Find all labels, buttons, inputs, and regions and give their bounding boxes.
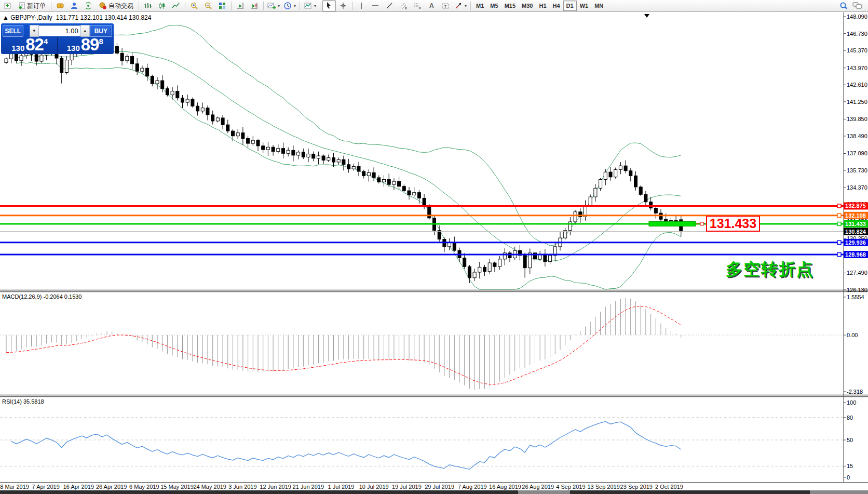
tab-timeframe-H4[interactable]: H4 bbox=[550, 1, 563, 11]
zoom-out-button[interactable] bbox=[201, 0, 215, 11]
dropdown-arrow-icon: ▾ bbox=[294, 4, 296, 8]
new-order-label: 新订单 bbox=[27, 2, 46, 10]
new-chart-icon bbox=[4, 2, 12, 10]
cursor-button[interactable] bbox=[322, 0, 336, 11]
tab-timeframe-M1[interactable]: M1 bbox=[473, 1, 487, 11]
tab-timeframe-M30[interactable]: M30 bbox=[519, 1, 536, 11]
horizontal-line-icon bbox=[371, 2, 379, 10]
toolbar-separator bbox=[263, 2, 264, 10]
svg-text:132.875: 132.875 bbox=[845, 203, 866, 209]
sell-button[interactable]: SELL bbox=[3, 25, 23, 37]
svg-text:1.5554: 1.5554 bbox=[847, 294, 864, 300]
svg-text:6 May 2019: 6 May 2019 bbox=[129, 484, 159, 490]
text-button[interactable]: A bbox=[425, 0, 438, 11]
svg-text:139.850: 139.850 bbox=[847, 116, 867, 122]
svg-text:100: 100 bbox=[847, 399, 856, 406]
svg-text:16 Aug 2019: 16 Aug 2019 bbox=[489, 484, 521, 490]
candlestick-icon bbox=[158, 2, 166, 10]
arrows-button[interactable]: ▾ bbox=[453, 0, 468, 11]
timeframe-group: M1M5M15M30H1H4D1W1MN bbox=[473, 1, 606, 11]
history-button[interactable] bbox=[53, 0, 67, 11]
toolbar-separator bbox=[51, 2, 51, 10]
auto-scroll-icon bbox=[236, 2, 245, 10]
tab-timeframe-MN[interactable]: MN bbox=[591, 1, 606, 11]
tab-timeframe-W1[interactable]: W1 bbox=[577, 1, 592, 11]
svg-text:26 Apr 2019: 26 Apr 2019 bbox=[96, 484, 127, 490]
crosshair-button[interactable] bbox=[336, 0, 350, 11]
svg-text:19 Jul 2019: 19 Jul 2019 bbox=[392, 484, 422, 490]
svg-text:130.824: 130.824 bbox=[845, 229, 866, 235]
svg-text:126.130: 126.130 bbox=[847, 287, 867, 293]
tab-timeframe-M15[interactable]: M15 bbox=[501, 1, 519, 11]
highlight-bar[interactable] bbox=[649, 221, 696, 226]
chart-window[interactable]: 148.090146.730145.370143.970142.610141.2… bbox=[0, 0, 868, 494]
indicators-button[interactable]: ▾ bbox=[266, 0, 281, 11]
book-icon bbox=[56, 2, 64, 10]
toolbar-separator bbox=[231, 2, 232, 10]
svg-text:132.108: 132.108 bbox=[845, 212, 866, 219]
volume-input[interactable] bbox=[39, 25, 80, 36]
zoom-in-button[interactable] bbox=[187, 0, 201, 11]
tab-timeframe-H1[interactable]: H1 bbox=[536, 1, 549, 11]
search-icon[interactable] bbox=[839, 2, 848, 10]
line-handle[interactable] bbox=[837, 222, 841, 225]
ohlc-low: 130.414 bbox=[104, 14, 127, 21]
templates-button[interactable]: ▾ bbox=[302, 0, 318, 11]
new-order-button[interactable]: 新订单 bbox=[15, 0, 49, 11]
date-axis: 28 Mar 20197 Apr 201916 Apr 201926 Apr 2… bbox=[0, 484, 683, 490]
dropdown-arrow-icon: ▾ bbox=[314, 4, 316, 8]
line-chart-button[interactable] bbox=[169, 0, 183, 11]
candlestick-button[interactable] bbox=[155, 0, 169, 11]
autotrading-button[interactable]: 自动交易 bbox=[96, 0, 137, 11]
price-annotation-box[interactable]: 131.433 bbox=[706, 216, 760, 232]
signal-icon bbox=[84, 2, 92, 10]
periods-button[interactable]: ▾ bbox=[282, 0, 297, 11]
tab-timeframe-M5[interactable]: M5 bbox=[487, 1, 501, 11]
svg-text:0: 0 bbox=[847, 474, 850, 480]
profile-button[interactable] bbox=[67, 0, 81, 11]
bar-chart-button[interactable] bbox=[141, 0, 155, 11]
buy-price-figure: 130 bbox=[67, 44, 80, 52]
zoom-out-icon bbox=[204, 2, 212, 10]
buy-price[interactable]: 130 89 8 bbox=[58, 37, 113, 53]
price-chart[interactable]: 148.090146.730145.370143.970142.610141.2… bbox=[0, 0, 868, 494]
svg-text:134.370: 134.370 bbox=[847, 184, 867, 191]
annotation-anchor-handle[interactable] bbox=[700, 222, 703, 225]
line-handle[interactable] bbox=[837, 241, 841, 244]
dropdown-arrow-icon: ▾ bbox=[465, 4, 467, 8]
autotrading-icon bbox=[99, 2, 107, 10]
line-handle[interactable] bbox=[837, 253, 841, 257]
collapse-arrow-icon[interactable]: ▲ bbox=[3, 14, 9, 21]
svg-text:0.00: 0.00 bbox=[847, 332, 858, 338]
auto-scroll-button[interactable] bbox=[234, 0, 247, 11]
sell-price[interactable]: 130 82 4 bbox=[3, 37, 58, 53]
equidistant-channel-button[interactable]: E bbox=[397, 0, 410, 11]
vertical-line-icon bbox=[358, 2, 365, 10]
horizontal-line-button[interactable] bbox=[369, 0, 382, 11]
svg-text:128.968: 128.968 bbox=[845, 251, 866, 258]
fibonacci-button[interactable]: F bbox=[411, 0, 424, 11]
svg-text:135.730: 135.730 bbox=[847, 167, 867, 173]
community-chat-icon[interactable] bbox=[852, 2, 863, 10]
signal-button[interactable] bbox=[82, 0, 95, 11]
tab-timeframe-D1[interactable]: D1 bbox=[563, 1, 577, 11]
dropdown-arrow-icon: ▾ bbox=[278, 4, 280, 8]
svg-text:A: A bbox=[429, 2, 434, 9]
ohlc-open: 131.771 bbox=[56, 14, 78, 21]
svg-text:E: E bbox=[405, 7, 407, 10]
trendline-button[interactable] bbox=[383, 0, 396, 11]
vertical-line-button[interactable] bbox=[355, 0, 368, 11]
line-handle[interactable] bbox=[837, 213, 841, 217]
svg-text:4 Sep 2019: 4 Sep 2019 bbox=[556, 484, 585, 490]
svg-text:23 Sep 2019: 23 Sep 2019 bbox=[620, 484, 653, 490]
label-button[interactable]: T bbox=[439, 0, 452, 11]
svg-text:129.936: 129.936 bbox=[845, 239, 866, 246]
svg-text:143.970: 143.970 bbox=[847, 65, 867, 71]
turning-point-annotation[interactable]: 多空转折点 bbox=[726, 258, 814, 281]
chart-shift-button[interactable] bbox=[248, 0, 261, 11]
tile-windows-button[interactable] bbox=[215, 0, 229, 11]
line-handle[interactable] bbox=[837, 204, 841, 208]
profile-icon bbox=[70, 2, 78, 10]
arrows-icon bbox=[454, 2, 463, 10]
new-chart-button[interactable] bbox=[1, 0, 15, 11]
